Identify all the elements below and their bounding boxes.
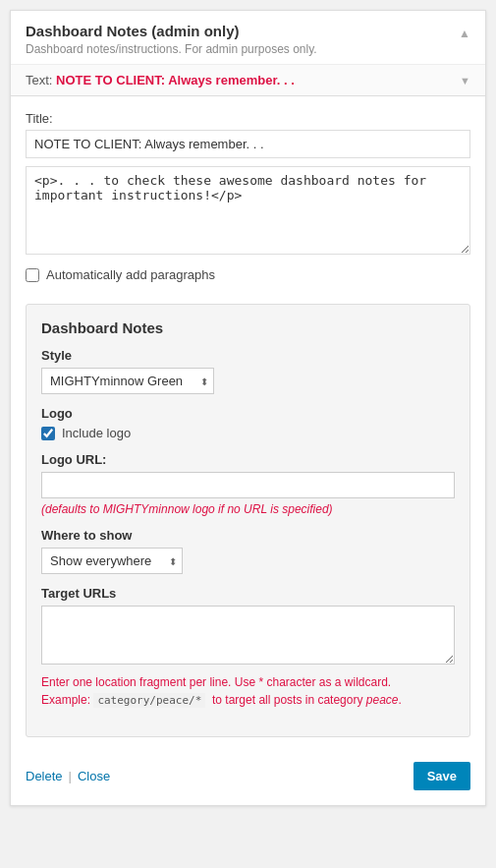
- text-bar-prefix: Text:: [26, 73, 52, 87]
- where-to-show-select-wrapper: Show everywhere Specific URLs ⬍: [41, 548, 183, 574]
- save-button[interactable]: Save: [413, 762, 470, 790]
- style-select-wrapper: MIGHTYminnow Green Default Blue Red ⬍: [41, 368, 214, 394]
- widget-container: Dashboard Notes (admin only) Dashboard n…: [10, 10, 486, 806]
- collapse-icon[interactable]: ▲: [459, 27, 470, 40]
- location-hint-line1: Enter one location fragment per line. Us…: [41, 675, 391, 689]
- form-section: Title: <p>. . . to check these awesome d…: [11, 96, 485, 304]
- text-bar: Text: NOTE TO CLIENT: Always remember. .…: [11, 65, 485, 96]
- footer-actions: Delete | Close Save: [11, 752, 485, 805]
- style-label: Style: [41, 348, 455, 363]
- where-to-show-label: Where to show: [41, 528, 455, 543]
- widget-title: Dashboard Notes (admin only): [26, 23, 317, 39]
- style-select[interactable]: MIGHTYminnow Green Default Blue Red: [41, 368, 214, 394]
- logo-url-input[interactable]: [41, 472, 455, 498]
- auto-para-row: Automatically add paragraphs: [26, 267, 470, 282]
- text-bar-expand-icon[interactable]: ▼: [460, 75, 470, 87]
- logo-url-label: Logo URL:: [41, 452, 455, 467]
- footer-links: Delete | Close: [26, 769, 110, 783]
- logo-label: Logo: [41, 406, 455, 421]
- location-hint-period: .: [398, 693, 401, 707]
- text-bar-label: Text: NOTE TO CLIENT: Always remember. .…: [26, 73, 295, 87]
- style-group: Style MIGHTYminnow Green Default Blue Re…: [41, 348, 455, 394]
- logo-default-note: (defaults to MIGHTYminnow logo if no URL…: [41, 502, 455, 516]
- title-input[interactable]: [26, 130, 470, 158]
- widget-header: Dashboard Notes (admin only) Dashboard n…: [11, 11, 485, 65]
- footer-divider: |: [69, 769, 72, 783]
- where-to-show-select[interactable]: Show everywhere Specific URLs: [41, 548, 183, 574]
- where-to-show-group: Where to show Show everywhere Specific U…: [41, 528, 455, 574]
- content-textarea[interactable]: <p>. . . to check these awesome dashboar…: [26, 166, 470, 255]
- include-logo-checkbox[interactable]: [41, 427, 55, 440]
- location-hint-line2-mid: to target all posts in category: [212, 693, 362, 707]
- target-urls-textarea[interactable]: [41, 606, 455, 665]
- include-logo-row: Include logo: [41, 426, 455, 440]
- include-logo-label: Include logo: [62, 426, 131, 440]
- title-label: Title:: [26, 111, 470, 126]
- target-urls-label: Target URLs: [41, 586, 455, 601]
- location-hint-code: category/peace/*: [93, 693, 205, 708]
- auto-para-checkbox[interactable]: [26, 268, 39, 282]
- delete-button[interactable]: Delete: [26, 769, 63, 783]
- close-button[interactable]: Close: [78, 769, 110, 783]
- target-urls-group: Target URLs Enter one location fragment …: [41, 586, 455, 710]
- settings-box: Dashboard Notes Style MIGHTYminnow Green…: [26, 304, 470, 737]
- location-hint-em: peace: [366, 693, 399, 707]
- location-hint: Enter one location fragment per line. Us…: [41, 673, 455, 710]
- logo-group: Logo Include logo: [41, 406, 455, 440]
- text-bar-value: NOTE TO CLIENT: Always remember. . .: [56, 73, 295, 87]
- widget-description: Dashboard notes/instructions. For admin …: [26, 42, 317, 56]
- logo-url-group: Logo URL: (defaults to MIGHTYminnow logo…: [41, 452, 455, 516]
- widget-header-text: Dashboard Notes (admin only) Dashboard n…: [26, 23, 317, 56]
- location-hint-line2-pre: Example:: [41, 693, 90, 707]
- auto-para-label: Automatically add paragraphs: [46, 267, 215, 282]
- settings-title: Dashboard Notes: [41, 319, 455, 336]
